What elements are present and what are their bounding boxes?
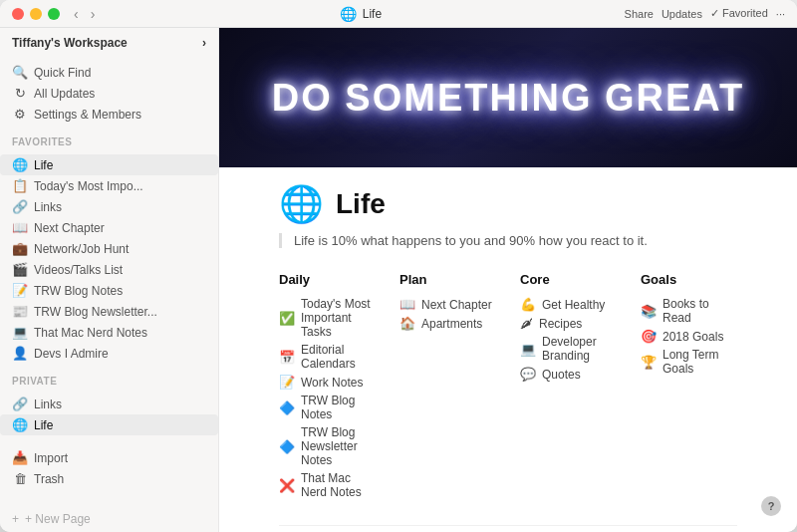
list-item[interactable]: 📖Next Chapter <box>399 295 496 314</box>
blog-icon: 📝 <box>12 283 28 298</box>
trash-icon: 🗑 <box>12 471 28 486</box>
share-button[interactable]: Share <box>625 8 654 20</box>
sidebar-item-job-hunt[interactable]: 💼 Network/Job Hunt <box>0 238 218 259</box>
list-item[interactable]: 💪Get Healthy <box>520 295 617 314</box>
help-button[interactable]: ? <box>761 496 781 516</box>
page-header: 🌐 Life <box>219 167 797 233</box>
sidebar-quick-find[interactable]: 🔍 Quick Find <box>0 62 218 83</box>
list-item[interactable]: 📚Books to Read <box>641 295 737 327</box>
main-content: DO SOMETHING GREAT 🌐 Life Life is 10% wh… <box>219 28 797 532</box>
forward-button[interactable]: › <box>89 6 98 22</box>
sidebar-item-private-life[interactable]: 🌐 Life <box>0 414 218 435</box>
settings-icon: ⚙ <box>12 107 28 122</box>
content-area: Daily ✅Today's Most Important Tasks 📅Edi… <box>219 264 797 532</box>
page-quote: Life is 10% what happens to you and 90% … <box>279 233 737 248</box>
plus-icon: + <box>12 512 19 526</box>
list-item[interactable]: 💬Quotes <box>520 365 617 384</box>
titlebar: ‹ › 🌐 Life Share Updates ✓ Favorited ··· <box>0 0 797 28</box>
favorites-section: 🌐 Life 📋 Today's Most Impo... 🔗 Links 📖 … <box>0 150 218 368</box>
more-button[interactable]: ··· <box>776 8 785 20</box>
workspace-chevron: › <box>202 36 206 50</box>
job-icon: 💼 <box>12 241 28 256</box>
list-item[interactable]: 📅Editorial Calendars <box>279 341 376 373</box>
section-plan-heading: Plan <box>399 272 496 287</box>
mac-icon: 💻 <box>12 325 28 340</box>
item-icon: 📅 <box>279 350 295 365</box>
updates-icon: ↻ <box>12 86 28 101</box>
section-core-list: 💪Get Healthy 🌶Recipes 💻Developer Brandin… <box>520 295 617 384</box>
close-button[interactable] <box>12 8 24 20</box>
app-window: ‹ › 🌐 Life Share Updates ✓ Favorited ···… <box>0 0 797 532</box>
item-icon: 📝 <box>279 375 295 390</box>
item-icon: 🌶 <box>520 316 533 331</box>
item-icon: 🔷 <box>279 439 295 454</box>
favorited-button[interactable]: ✓ Favorited <box>710 7 768 20</box>
page-globe-icon: 🌐 <box>279 183 324 225</box>
updates-button[interactable]: Updates <box>662 8 702 20</box>
sidebar-item-mac-nerd[interactable]: 💻 That Mac Nerd Notes <box>0 322 218 343</box>
devs-icon: 👤 <box>12 346 28 361</box>
sidebar-item-import[interactable]: 📥 Import <box>0 447 218 468</box>
hero-text: DO SOMETHING GREAT <box>272 77 744 120</box>
section-divider <box>279 525 737 526</box>
sidebar-item-next-chapter[interactable]: 📖 Next Chapter <box>0 217 218 238</box>
section-core-heading: Core <box>520 272 617 287</box>
item-icon: 📚 <box>641 304 657 319</box>
section-goals-heading: Goals <box>641 272 737 287</box>
new-page-button[interactable]: + + New Page <box>0 506 218 532</box>
workspace-label[interactable]: Tiffany's Workspace › <box>0 28 218 58</box>
maximize-button[interactable] <box>48 8 60 20</box>
sidebar-item-trw-blog[interactable]: 📝 TRW Blog Notes <box>0 280 218 301</box>
nav-buttons: ‹ › <box>72 6 97 22</box>
list-item[interactable]: ✅Today's Most Important Tasks <box>279 295 376 341</box>
list-item[interactable]: 🌶Recipes <box>520 314 617 333</box>
item-icon: 💻 <box>520 342 536 357</box>
list-item[interactable]: 🎯2018 Goals <box>641 327 737 346</box>
list-item[interactable]: 🏆Long Term Goals <box>641 346 737 378</box>
section-daily: Daily ✅Today's Most Important Tasks 📅Edi… <box>279 272 376 501</box>
list-item[interactable]: 🏠Apartments <box>399 314 496 333</box>
list-item[interactable]: 🔷TRW Blog Notes <box>279 392 376 423</box>
sidebar-all-updates[interactable]: ↻ All Updates <box>0 83 218 104</box>
sidebar-item-life[interactable]: 🌐 Life <box>0 154 218 175</box>
item-icon: 🎯 <box>641 329 657 344</box>
item-icon: ❌ <box>279 478 295 493</box>
minimize-button[interactable] <box>30 8 42 20</box>
sidebar-item-newsletter[interactable]: 📰 TRW Blog Newsletter... <box>0 301 218 322</box>
private-label: PRIVATE <box>0 368 218 390</box>
item-icon: 🔷 <box>279 400 295 415</box>
private-links-icon: 🔗 <box>12 397 28 411</box>
section-goals: Goals 📚Books to Read 🎯2018 Goals 🏆Long T… <box>641 272 737 501</box>
top-sections-grid: Daily ✅Today's Most Important Tasks 📅Edi… <box>279 272 737 501</box>
section-plan: Plan 📖Next Chapter 🏠Apartments <box>399 272 496 501</box>
life-icon: 🌐 <box>12 157 28 172</box>
sidebar: Tiffany's Workspace › 🔍 Quick Find ↻ All… <box>0 28 219 532</box>
page-title-bar: Life <box>363 7 382 21</box>
app-body: Tiffany's Workspace › 🔍 Quick Find ↻ All… <box>0 28 797 532</box>
links-icon: 🔗 <box>12 199 28 214</box>
section-goals-list: 📚Books to Read 🎯2018 Goals 🏆Long Term Go… <box>641 295 737 378</box>
sidebar-item-tasks[interactable]: 📋 Today's Most Impo... <box>0 175 218 196</box>
item-icon: ✅ <box>279 311 295 326</box>
list-item[interactable]: ❌That Mac Nerd Notes <box>279 469 376 501</box>
sidebar-item-private-links[interactable]: 🔗 Links <box>0 394 218 414</box>
list-item[interactable]: 💻Developer Branding <box>520 333 617 365</box>
sidebar-item-links[interactable]: 🔗 Links <box>0 196 218 217</box>
list-item[interactable]: 📝Work Notes <box>279 373 376 392</box>
hero-image: DO SOMETHING GREAT <box>219 28 797 167</box>
section-daily-heading: Daily <box>279 272 376 287</box>
page-icon: 🌐 <box>340 6 357 22</box>
search-icon: 🔍 <box>12 65 28 80</box>
video-icon: 🎬 <box>12 262 28 277</box>
tasks-icon: 📋 <box>12 178 28 193</box>
list-item[interactable]: 🔷TRW Blog Newsletter Notes <box>279 423 376 469</box>
sidebar-settings[interactable]: ⚙ Settings & Members <box>0 104 218 125</box>
sidebar-actions: 🔍 Quick Find ↻ All Updates ⚙ Settings & … <box>0 58 218 129</box>
other-section: 📥 Import 🗑 Trash <box>0 443 218 493</box>
sidebar-item-videos[interactable]: 🎬 Videos/Talks List <box>0 259 218 280</box>
sidebar-item-trash[interactable]: 🗑 Trash <box>0 468 218 489</box>
import-icon: 📥 <box>12 450 28 465</box>
sidebar-item-devs[interactable]: 👤 Devs I Admire <box>0 343 218 364</box>
private-section: 🔗 Links 🌐 Life <box>0 390 218 439</box>
back-button[interactable]: ‹ <box>72 6 81 22</box>
